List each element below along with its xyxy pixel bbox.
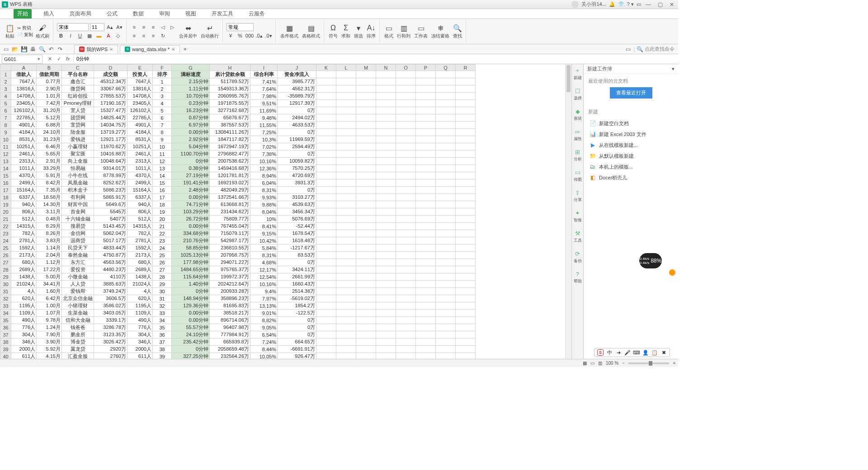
cell[interactable] xyxy=(316,93,336,100)
cell[interactable]: -122.5万 xyxy=(278,310,316,317)
cell[interactable]: 0.77月 xyxy=(37,78,62,85)
cell[interactable]: 1025.13分钟 xyxy=(172,252,210,259)
cell[interactable]: 346人 xyxy=(11,338,37,346)
cell[interactable]: 东方汇 xyxy=(62,259,94,266)
cell[interactable] xyxy=(376,158,396,165)
cell[interactable] xyxy=(396,317,416,324)
cell[interactable]: 民贷天下 xyxy=(62,244,94,252)
cell[interactable] xyxy=(396,136,416,143)
row-header[interactable]: 36 xyxy=(0,324,11,331)
cell[interactable] xyxy=(416,273,436,281)
cell[interactable]: 5.91月 xyxy=(37,172,62,179)
cell[interactable]: 信和大金融 xyxy=(62,317,94,324)
cell[interactable] xyxy=(376,107,396,114)
cell[interactable] xyxy=(416,165,436,172)
cell[interactable]: 24.10月 xyxy=(37,129,62,136)
cell[interactable] xyxy=(416,223,436,230)
fx-icon[interactable]: fx xyxy=(64,56,71,62)
cell[interactable]: 18.58月 xyxy=(37,194,62,201)
cell[interactable]: 25 xyxy=(153,252,172,259)
col-header[interactable]: R xyxy=(456,65,476,71)
cell[interactable]: 2461人 xyxy=(11,150,37,158)
cell[interactable]: 12.17% xyxy=(250,266,278,273)
close-tab-icon[interactable]: ✕ xyxy=(109,47,113,52)
cell[interactable]: 1672947.19万 xyxy=(210,143,250,150)
cell[interactable]: 11970.62万 xyxy=(94,143,127,150)
cell[interactable]: 1847117.82万 xyxy=(210,136,250,143)
spreadsheet-grid[interactable]: ABCDEFGHIJKLMNOPQR1借款人借款周期平台名称成交额投资人排序满标… xyxy=(0,64,571,359)
cell[interactable] xyxy=(396,71,416,78)
cell[interactable]: 334.68分钟 xyxy=(172,230,210,237)
cell[interactable] xyxy=(356,179,376,187)
cell[interactable] xyxy=(356,353,376,359)
cell[interactable] xyxy=(416,302,436,310)
cell[interactable] xyxy=(396,187,416,194)
cell[interactable]: 9314.01万 xyxy=(94,165,127,172)
open-icon[interactable]: 📂 xyxy=(11,45,19,53)
new-template-item-5[interactable]: ◧Docer稻壳儿 xyxy=(588,172,674,183)
ime-toolbar[interactable]: S 中➜🎤⌨👤📋✖ xyxy=(594,348,670,357)
cell[interactable] xyxy=(336,129,356,136)
cell[interactable]: 29 xyxy=(153,281,172,288)
cell[interactable] xyxy=(356,266,376,273)
menu-tab-2[interactable]: 页面布局 xyxy=(66,9,95,19)
cell[interactable] xyxy=(356,201,376,208)
row-header[interactable]: 6 xyxy=(0,107,11,114)
cell[interactable] xyxy=(416,201,436,208)
cell[interactable] xyxy=(336,346,356,353)
cell[interactable]: 12.36% xyxy=(250,165,278,172)
cell[interactable]: 10.16% xyxy=(250,158,278,165)
vertical-scrollbar[interactable] xyxy=(565,64,571,359)
cell[interactable] xyxy=(456,208,476,216)
cell[interactable]: 2494.02万 xyxy=(278,114,316,122)
cell[interactable]: 1660.43万 xyxy=(278,281,316,288)
save-icon[interactable]: 💾 xyxy=(20,45,28,53)
cell[interactable] xyxy=(456,194,476,201)
cell[interactable]: 十六铺金融 xyxy=(62,216,94,223)
undo-icon[interactable]: ↶ xyxy=(47,45,55,53)
skin-icon[interactable]: 👕 xyxy=(618,1,624,7)
cell[interactable] xyxy=(436,237,456,244)
cell[interactable] xyxy=(396,302,416,310)
cell[interactable]: 4562.31万 xyxy=(278,85,316,93)
cell[interactable] xyxy=(456,331,476,338)
col-header[interactable]: H xyxy=(210,65,250,71)
cell[interactable] xyxy=(416,136,436,143)
cell[interactable]: 19 xyxy=(153,208,172,216)
cell[interactable]: 58.85分钟 xyxy=(172,244,210,252)
cell[interactable]: 1195人 xyxy=(127,302,153,310)
cell[interactable] xyxy=(456,150,476,158)
cell[interactable]: 940人 xyxy=(127,201,153,208)
cell[interactable]: -5619.02万 xyxy=(278,295,316,302)
cell[interactable] xyxy=(436,179,456,187)
cell[interactable] xyxy=(356,85,376,93)
cell[interactable] xyxy=(376,259,396,266)
window-list-icon[interactable]: ▭ xyxy=(624,45,632,53)
row-col-button[interactable]: ▥行和列 xyxy=(396,24,411,39)
cell[interactable] xyxy=(436,317,456,324)
cell[interactable] xyxy=(396,172,416,179)
find-button[interactable]: 🔍查找 xyxy=(452,24,463,39)
cell[interactable]: 7.64% xyxy=(250,85,278,93)
cell[interactable] xyxy=(376,172,396,179)
cell[interactable]: 664.65万 xyxy=(278,338,316,346)
cell[interactable]: 12 xyxy=(153,158,172,165)
cell[interactable] xyxy=(416,85,436,93)
cell[interactable]: 5017.17万 xyxy=(94,237,127,244)
cell[interactable]: 排序 xyxy=(153,71,172,78)
cell[interactable]: 4539.63万 xyxy=(278,201,316,208)
cell[interactable] xyxy=(436,281,456,288)
cell[interactable]: 1.60月 xyxy=(37,288,62,295)
cell[interactable]: 6.88月 xyxy=(37,122,62,129)
menu-tab-4[interactable]: 数据 xyxy=(129,9,147,19)
cell[interactable]: 北京众信金融 xyxy=(62,295,94,302)
cell[interactable] xyxy=(456,122,476,129)
cell[interactable] xyxy=(316,100,336,107)
cell[interactable]: 借款周期 xyxy=(37,71,62,78)
cell[interactable] xyxy=(456,179,476,187)
cell[interactable] xyxy=(356,143,376,150)
close-button[interactable]: ✕ xyxy=(667,1,676,8)
cell[interactable]: 2689人 xyxy=(11,266,37,273)
cell[interactable] xyxy=(416,107,436,114)
cell[interactable] xyxy=(436,100,456,107)
